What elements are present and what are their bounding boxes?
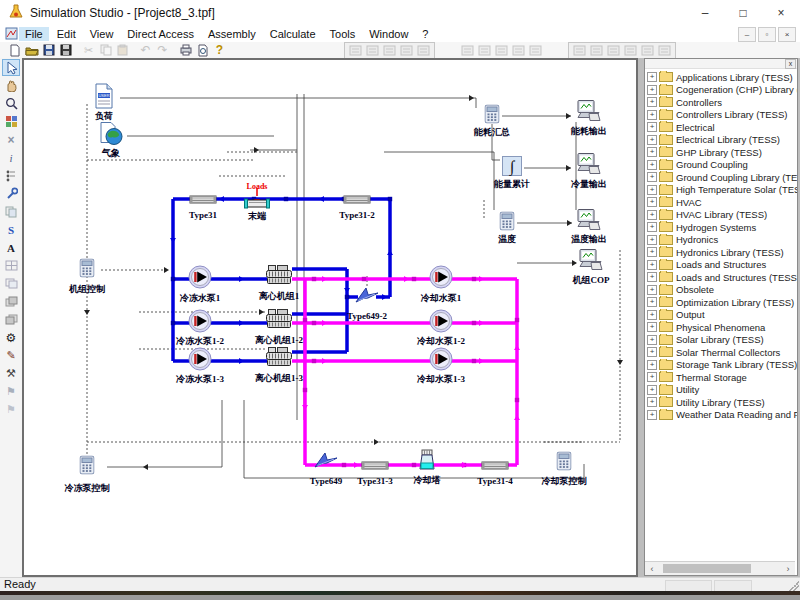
tree-item-physical-phenomena[interactable]: +Physical Phenomena: [647, 321, 797, 334]
tree-item-loads-and-structures-tess[interactable]: +Loads and Structures (TESS): [647, 271, 797, 284]
tree-item-hvac[interactable]: +HVAC: [647, 196, 797, 209]
tree-item-hydrogen-systems[interactable]: +Hydrogen Systems: [647, 221, 797, 234]
component-cooling-output[interactable]: [576, 153, 602, 180]
marker-icon[interactable]: [510, 43, 527, 57]
tree-item-hydronics-library-tess[interactable]: +Hydronics Library (TESS): [647, 246, 797, 259]
expand-icon[interactable]: +: [647, 410, 657, 420]
new-component-icon[interactable]: [2, 113, 20, 130]
expand-icon[interactable]: +: [647, 372, 657, 382]
window-cascade-icon[interactable]: [2, 275, 20, 292]
component-cw-pump3[interactable]: [429, 347, 453, 375]
menu-assembly[interactable]: Assembly: [202, 27, 262, 41]
tree-item-optimization-library-tess[interactable]: +Optimization Library (TESS): [647, 296, 797, 309]
expand-icon[interactable]: +: [647, 297, 657, 307]
component-energy-summary[interactable]: [485, 105, 500, 128]
copy-page-icon[interactable]: [622, 43, 639, 57]
expand-icon[interactable]: +: [647, 285, 657, 295]
tools-icon[interactable]: ⚒: [2, 365, 20, 382]
tree-item-ground-coupling-library-tess[interactable]: +Ground Coupling Library (TESS): [647, 171, 797, 184]
component-unit-control[interactable]: [80, 259, 95, 282]
expand-icon[interactable]: +: [647, 222, 657, 232]
layer-front-icon[interactable]: [2, 293, 20, 310]
close-button[interactable]: ×: [762, 0, 800, 26]
expand-icon[interactable]: +: [647, 210, 657, 220]
component-type31-2[interactable]: [343, 190, 371, 208]
component-chw-pump2[interactable]: [188, 309, 212, 337]
pan-hand-icon[interactable]: [2, 77, 20, 94]
redo-icon[interactable]: ↷: [154, 43, 171, 57]
expand-icon[interactable]: +: [647, 322, 657, 332]
expand-icon[interactable]: +: [647, 272, 657, 282]
component-chiller3[interactable]: [266, 347, 293, 372]
pen-icon[interactable]: ✎: [2, 347, 20, 364]
share-icon[interactable]: [459, 43, 476, 57]
flag-back-icon[interactable]: ⚑: [2, 401, 20, 418]
help-icon[interactable]: ?: [211, 43, 228, 57]
menu-edit[interactable]: Edit: [51, 27, 82, 41]
tree-horizontal-scrollbar[interactable]: ‹ ›: [645, 561, 795, 575]
expand-icon[interactable]: +: [647, 122, 657, 132]
info-icon[interactable]: i: [2, 149, 20, 166]
component-cooling-tower[interactable]: [416, 448, 438, 474]
panel-header[interactable]: x: [645, 59, 797, 69]
tree-item-thermal-storage[interactable]: +Thermal Storage: [647, 371, 797, 384]
menu-window[interactable]: Window: [363, 27, 414, 41]
tree-item-cogeneration-chp-library-tess[interactable]: +Cogeneration (CHP) Library (TESS): [647, 84, 797, 97]
expand-icon[interactable]: +: [647, 197, 657, 207]
tree-item-electrical-library-tess[interactable]: +Electrical Library (TESS): [647, 134, 797, 147]
expand-icon[interactable]: +: [647, 235, 657, 245]
delete-icon[interactable]: ×: [2, 131, 20, 148]
tree-item-hvac-library-tess[interactable]: +HVAC Library (TESS): [647, 209, 797, 222]
flag-forward-icon[interactable]: ⚑: [2, 383, 20, 400]
expand-icon[interactable]: +: [647, 347, 657, 357]
grid-icon[interactable]: [415, 43, 432, 57]
menu-file[interactable]: File: [19, 27, 49, 41]
component-load[interactable]: USER: [93, 83, 115, 113]
undo-icon[interactable]: ↶: [137, 43, 154, 57]
component-chw-pump3[interactable]: [188, 347, 212, 375]
component-type31[interactable]: [189, 190, 217, 208]
zoom-icon[interactable]: [2, 95, 20, 112]
tree-item-obsolete[interactable]: +Obsolete: [647, 284, 797, 297]
home-icon[interactable]: [527, 43, 544, 57]
menu-direct-access[interactable]: Direct Access: [121, 27, 200, 41]
component-unit-cop[interactable]: [578, 249, 604, 276]
mdi-close-button[interactable]: ×: [778, 27, 796, 42]
gear-icon[interactable]: ⚙: [2, 329, 20, 346]
align-left-icon[interactable]: [381, 43, 398, 57]
component-type31-4[interactable]: [481, 456, 509, 474]
tree-item-hydronics[interactable]: +Hydronics: [647, 234, 797, 247]
new-file-icon[interactable]: [6, 43, 23, 57]
expand-icon[interactable]: +: [647, 97, 657, 107]
scrollbar-thumb[interactable]: [663, 564, 751, 573]
component-type31-3[interactable]: [361, 456, 389, 474]
pointer-icon[interactable]: [2, 59, 20, 76]
tree-item-solar-thermal-collectors[interactable]: +Solar Thermal Collectors: [647, 346, 797, 359]
scroll-left-icon[interactable]: ‹: [645, 564, 659, 574]
text-icon[interactable]: A: [2, 239, 20, 256]
tree-item-controllers-library-tess[interactable]: +Controllers Library (TESS): [647, 109, 797, 122]
tree-item-applications-library-tess[interactable]: +Applications Library (TESS): [647, 71, 797, 84]
component-chiller1[interactable]: [266, 265, 293, 290]
expand-icon[interactable]: +: [647, 85, 657, 95]
wrench-icon[interactable]: [2, 185, 20, 202]
panel-icon[interactable]: [656, 43, 673, 57]
component-energy-output[interactable]: [576, 100, 602, 127]
tree-item-utility-library-tess[interactable]: +Utility Library (TESS): [647, 396, 797, 409]
duplicate-icon[interactable]: [2, 203, 20, 220]
minimize-button[interactable]: –: [686, 0, 724, 26]
link-curve-icon[interactable]: S: [2, 221, 20, 238]
tree-item-ghp-library-tess[interactable]: +GHP Library (TESS): [647, 146, 797, 159]
expand-icon[interactable]: +: [647, 385, 657, 395]
component-energy-accum[interactable]: ∫: [502, 156, 522, 180]
schematic-canvas[interactable]: USER负荷气象Type31末端Type31-2能耗汇总能耗输出∫能量累计冷量输…: [22, 58, 638, 577]
expand-icon[interactable]: +: [647, 135, 657, 145]
component-temp-output[interactable]: [576, 209, 602, 236]
move-down-icon[interactable]: [476, 43, 493, 57]
tree-item-ground-coupling[interactable]: +Ground Coupling: [647, 159, 797, 172]
resize-grip[interactable]: [789, 581, 799, 591]
print-icon[interactable]: [177, 43, 194, 57]
paste-icon[interactable]: [114, 43, 131, 57]
fit-horizontal-icon[interactable]: [347, 43, 364, 57]
expand-icon[interactable]: +: [647, 160, 657, 170]
